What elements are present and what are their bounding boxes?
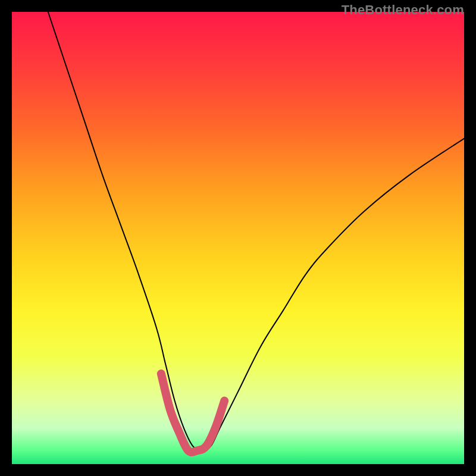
chart-svg <box>12 12 464 464</box>
chart-frame: TheBottleneck.com <box>0 0 476 476</box>
bottleneck-curve <box>48 12 464 450</box>
watermark-text: TheBottleneck.com <box>342 2 464 18</box>
plot-area <box>12 12 464 464</box>
